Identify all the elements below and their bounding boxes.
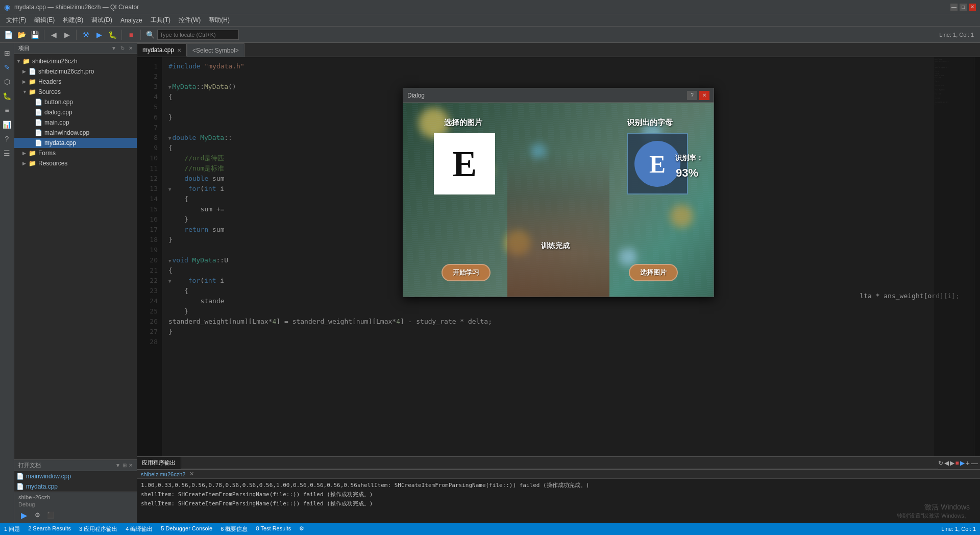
status-compile-output[interactable]: 4 编译输出	[126, 525, 153, 533]
side-icon-debug[interactable]: 🐛	[1, 90, 13, 102]
menu-debug[interactable]: 调试(D)	[87, 15, 116, 26]
open-docs-icons: ▼ ⊞ ✕	[115, 463, 133, 468]
run-btn[interactable]: ▶	[93, 29, 105, 41]
select-img-button[interactable]: 选择图片	[629, 264, 678, 281]
tab-select-symbol[interactable]: <Select Symbol>	[187, 43, 244, 57]
dialog-content: 选择的图片 识别出的字母 E E	[403, 103, 714, 297]
debug-play-btn[interactable]: ▶	[18, 509, 30, 521]
side-icon-design[interactable]: ⬡	[1, 76, 13, 88]
tab-close-mydata[interactable]: ✕	[177, 47, 181, 53]
tree-label-dialog-cpp: dialog.cpp	[44, 109, 72, 116]
output-stop-btn[interactable]: ■	[955, 459, 959, 467]
dialog-control-btns: ? ✕	[687, 91, 709, 100]
debug-step-btn[interactable]: ⚙	[32, 509, 43, 521]
output-next-btn[interactable]: ▶	[950, 459, 954, 467]
tree-label-resources: Resources	[38, 160, 67, 167]
sync-icon[interactable]: ↻	[120, 45, 125, 51]
locate-input[interactable]	[157, 30, 239, 40]
tree-item-main-cpp[interactable]: 📄 main.cpp	[14, 117, 137, 128]
selected-letter-char: E	[452, 143, 477, 185]
build-btn[interactable]: ⚒	[80, 29, 92, 41]
side-icon-welcome[interactable]: ⊞	[1, 47, 13, 59]
tree-item-forms[interactable]: ▶ 📁 Forms	[14, 148, 137, 158]
output-prev-btn[interactable]: ◀	[944, 459, 949, 467]
open-docs-close[interactable]: ✕	[129, 463, 133, 468]
tree-item-sources[interactable]: ▼ 📁 Sources	[14, 87, 137, 97]
close-button[interactable]: ✕	[969, 4, 976, 11]
save-btn[interactable]: 💾	[29, 29, 41, 41]
side-icon-projects[interactable]: ≡	[1, 104, 13, 116]
toolbar-sep-1	[44, 30, 44, 40]
dialog-help-btn[interactable]: ?	[687, 91, 697, 100]
center-panel: mydata.cpp ✕ <Select Symbol> 12345 67891…	[137, 43, 980, 523]
filter-icon[interactable]: ▼	[111, 45, 116, 51]
menu-edit[interactable]: 编辑(E)	[30, 15, 59, 26]
selected-img-label: 选择的图片	[444, 118, 482, 128]
output-run-btn[interactable]: ▶	[960, 459, 965, 467]
side-icon-output[interactable]: ☰	[1, 147, 13, 159]
menu-tools[interactable]: 工具(T)	[146, 15, 175, 26]
tab-label-mydata: mydata.cpp	[142, 46, 174, 54]
status-debugger-console[interactable]: 5 Debugger Console	[161, 525, 212, 533]
toolbar: 📄 📂 💾 ◀ ▶ ⚒ ▶ 🐛 ■ 🔍 Line: 1, Col: 1	[0, 27, 980, 43]
side-icon-analyze[interactable]: 📊	[1, 118, 13, 131]
open-doc-mydata[interactable]: 📄 mydata.cpp	[14, 481, 137, 492]
debug-stop-btn[interactable]: ⬛	[45, 509, 56, 521]
dialog-close-btn[interactable]: ✕	[699, 91, 709, 100]
menu-build[interactable]: 构建(B)	[59, 15, 87, 26]
output-minus-btn[interactable]: —	[971, 459, 978, 467]
locate-btn[interactable]: 🔍	[144, 29, 156, 41]
status-settings[interactable]: ⚙	[299, 525, 304, 533]
app-window: ◉ mydata.cpp — shibeizimu26czh — Qt Crea…	[0, 0, 980, 535]
tree-item-headers[interactable]: ▶ 📁 Headers	[14, 77, 137, 87]
open-docs-layout[interactable]: ⊞	[122, 463, 127, 468]
output-sync-btn[interactable]: ↻	[938, 459, 943, 467]
tree-item-root[interactable]: ▼ 📁 shibeizimu26czh	[14, 56, 137, 66]
open-docs-section: 打开文档 ▼ ⊞ ✕ 📄 mainwindow.cpp 📄 mydata.cpp	[14, 459, 137, 492]
toolbar-sep-3	[121, 30, 122, 40]
new-file-btn[interactable]: 📄	[2, 29, 14, 41]
tree-label-mydata-cpp: mydata.cpp	[44, 139, 76, 147]
status-overview[interactable]: 6 概要信息	[220, 525, 248, 533]
status-app-output[interactable]: 3 应用程序输出	[79, 525, 117, 533]
status-test-results[interactable]: 8 Test Results	[256, 525, 291, 533]
menu-controls[interactable]: 控件(W)	[175, 15, 205, 26]
tree-item-resources[interactable]: ▶ 📁 Resources	[14, 158, 137, 168]
maximize-button[interactable]: □	[960, 4, 967, 11]
tree-item-mydata-cpp[interactable]: 📄 mydata.cpp	[14, 138, 137, 148]
back-btn[interactable]: ◀	[47, 29, 60, 41]
open-file-btn[interactable]: 📂	[15, 29, 28, 41]
recognized-letter-label: 识别出的字母	[627, 118, 673, 128]
tree-item-button-cpp[interactable]: 📄 button.cpp	[14, 97, 137, 107]
tree-item-dialog-cpp[interactable]: 📄 dialog.cpp	[14, 107, 137, 117]
output-add-btn[interactable]: +	[966, 459, 970, 467]
dialog-overlay: Dialog ? ✕	[137, 57, 980, 456]
tree-label-pro: shibeizimu26czh.pro	[38, 68, 94, 75]
project-tree: ▼ 📁 shibeizimu26czh ▶ 📄 shibeizimu26czh.…	[14, 54, 137, 459]
tree-item-mainwindow-cpp[interactable]: 📄 mainwindow.cpp	[14, 128, 137, 138]
open-docs-filter[interactable]: ▼	[115, 463, 120, 468]
forward-btn[interactable]: ▶	[61, 29, 73, 41]
open-doc-mainwindow[interactable]: 📄 mainwindow.cpp	[14, 471, 137, 481]
output-tab-app[interactable]: 应用程序输出	[137, 457, 181, 469]
debug-panel-project: shibe~26czh	[18, 494, 133, 500]
recognized-letter-char: E	[649, 150, 666, 178]
side-icon-edit[interactable]: ✎	[1, 61, 13, 74]
status-problems[interactable]: 1 问题	[4, 525, 20, 533]
output-process-close[interactable]: ✕	[189, 471, 194, 477]
tab-mydata-cpp[interactable]: mydata.cpp ✕	[137, 43, 187, 57]
title-bar-left: ◉ mydata.cpp — shibeizimu26czh — Qt Crea…	[4, 3, 139, 11]
status-search-results[interactable]: 2 Search Results	[28, 525, 71, 533]
close-panel-icon[interactable]: ✕	[129, 45, 133, 51]
debug-run-btn[interactable]: 🐛	[106, 29, 118, 41]
menu-help[interactable]: 帮助(H)	[205, 15, 234, 26]
side-icon-help[interactable]: ?	[1, 133, 13, 145]
menu-analyze[interactable]: Analyze	[116, 16, 146, 25]
minimize-button[interactable]: —	[950, 4, 958, 11]
dialog-titlebar: Dialog ? ✕	[403, 88, 714, 103]
menu-file[interactable]: 文件(F)	[2, 15, 30, 26]
tree-item-pro[interactable]: ▶ 📄 shibeizimu26czh.pro	[14, 66, 137, 77]
output-line-1: 1.00,0.33,0.56,0.56,0.78,0.56,0.56,0.56,…	[141, 481, 976, 490]
stop-btn[interactable]: ■	[125, 29, 137, 41]
start-learn-button[interactable]: 开始学习	[442, 264, 491, 281]
